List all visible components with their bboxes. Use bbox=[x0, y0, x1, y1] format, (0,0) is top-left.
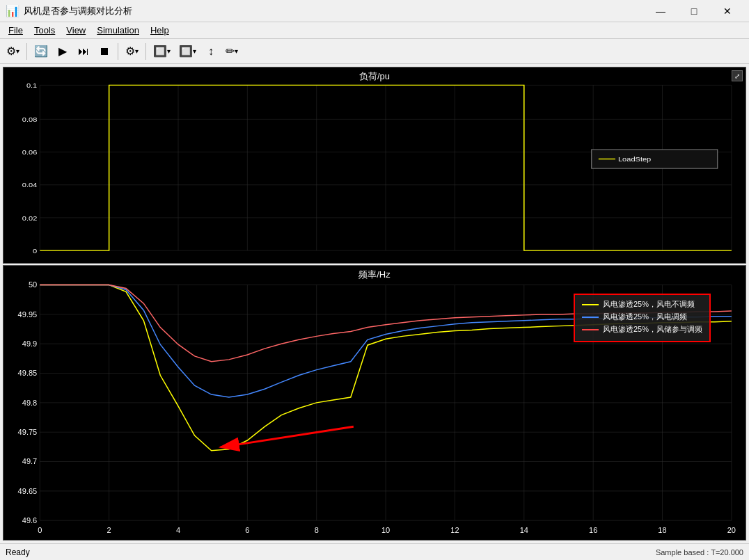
svg-text:12: 12 bbox=[450, 526, 459, 534]
svg-text:18: 18 bbox=[658, 526, 666, 534]
toolbar-pan-btn[interactable]: ↕ bbox=[201, 42, 221, 61]
top-plot-expand[interactable]: ⤢ bbox=[732, 70, 743, 81]
svg-text:20: 20 bbox=[727, 526, 736, 534]
statusbar: Ready Sample based : T=20.000 bbox=[0, 543, 749, 560]
svg-text:49.95: 49.95 bbox=[18, 310, 38, 319]
toolbar-stop-btn[interactable]: ⏹ bbox=[95, 42, 114, 61]
main-area: 负荷/pu ⤢ bbox=[0, 64, 749, 543]
legend-line-red bbox=[582, 329, 599, 330]
legend-item-3: 风电渗透25%，风储参与调频 bbox=[582, 324, 702, 335]
toolbar-settings-btn[interactable]: ⚙▾ bbox=[3, 42, 23, 61]
svg-text:16: 16 bbox=[589, 526, 597, 534]
titlebar: 📊 风机是否参与调频对比分析 — □ ✕ bbox=[0, 0, 749, 22]
svg-text:49.6: 49.6 bbox=[22, 516, 38, 525]
toolbar-step-btn[interactable]: ⏭ bbox=[74, 42, 93, 61]
toolbar-edit-btn[interactable]: ✏▾ bbox=[222, 42, 242, 61]
titlebar-title: 风机是否参与调频对比分析 bbox=[24, 5, 645, 17]
svg-text:49.65: 49.65 bbox=[18, 487, 38, 495]
maximize-button[interactable]: □ bbox=[678, 1, 710, 21]
status-ready: Ready bbox=[6, 547, 30, 557]
toolbar-sep1 bbox=[26, 43, 27, 60]
legend-label-2: 风电渗透25%，风电调频 bbox=[603, 312, 687, 322]
legend-line-blue bbox=[582, 317, 599, 318]
svg-text:49.7: 49.7 bbox=[22, 458, 38, 466]
legend-item-2: 风电渗透25%，风电调频 bbox=[582, 312, 702, 322]
menu-help[interactable]: Help bbox=[145, 24, 175, 37]
svg-text:0.02: 0.02 bbox=[22, 214, 38, 221]
svg-text:8: 8 bbox=[315, 526, 319, 534]
svg-text:0: 0 bbox=[33, 246, 37, 254]
menu-tools[interactable]: Tools bbox=[29, 24, 61, 37]
status-right: Sample based : T=20.000 bbox=[656, 548, 743, 557]
toolbar-config-btn[interactable]: ⚙▾ bbox=[122, 42, 142, 61]
svg-text:6: 6 bbox=[245, 526, 249, 534]
close-button[interactable]: ✕ bbox=[711, 1, 743, 21]
legend-box: 风电渗透25%，风电不调频 风电渗透25%，风电调频 风电渗透25%，风储参与调… bbox=[574, 294, 711, 342]
svg-text:50: 50 bbox=[29, 281, 37, 289]
titlebar-icon: 📊 bbox=[6, 4, 19, 17]
svg-text:49.85: 49.85 bbox=[18, 369, 38, 378]
toolbar-zoom-out-btn[interactable]: 🔲▾ bbox=[175, 42, 200, 61]
menu-file[interactable]: File bbox=[3, 24, 29, 37]
toolbar-zoom-in-btn[interactable]: 🔲▾ bbox=[150, 42, 174, 61]
legend-item-1: 风电渗透25%，风电不调频 bbox=[582, 299, 702, 310]
svg-text:49.9: 49.9 bbox=[22, 340, 38, 349]
bottom-plot: 频率/Hz 风电渗透25%，风电不调频 风电渗透25%，风电调频 风电渗透25%… bbox=[3, 265, 746, 541]
svg-text:49.8: 49.8 bbox=[22, 399, 38, 407]
toolbar-play-btn[interactable]: ▶ bbox=[53, 42, 72, 61]
toolbar: ⚙▾ 🔄 ▶ ⏭ ⏹ ⚙▾ 🔲▾ 🔲▾ ↕ ✏▾ bbox=[0, 39, 749, 64]
svg-text:0.08: 0.08 bbox=[22, 115, 38, 123]
svg-text:14: 14 bbox=[520, 526, 528, 534]
top-plot: 负荷/pu ⤢ bbox=[3, 67, 746, 264]
svg-text:4: 4 bbox=[176, 526, 180, 534]
toolbar-sep3 bbox=[145, 43, 146, 60]
menu-view[interactable]: View bbox=[61, 24, 91, 37]
legend-label-3: 风电渗透25%，风储参与调频 bbox=[603, 324, 702, 335]
bottom-plot-title: 频率/Hz bbox=[358, 269, 391, 281]
top-plot-svg: 0 0.02 0.04 0.06 0.08 0.1 LoadStep bbox=[3, 67, 746, 263]
menu-simulation[interactable]: Simulation bbox=[91, 24, 145, 37]
svg-text:LoadStep: LoadStep bbox=[618, 155, 651, 163]
svg-text:0.06: 0.06 bbox=[22, 148, 38, 156]
legend-line-yellow bbox=[582, 304, 599, 305]
svg-text:0: 0 bbox=[38, 526, 42, 534]
legend-label-1: 风电渗透25%，风电不调频 bbox=[603, 299, 695, 310]
svg-text:2: 2 bbox=[107, 526, 111, 534]
svg-text:0.1: 0.1 bbox=[26, 81, 38, 89]
toolbar-sep2 bbox=[118, 43, 118, 60]
svg-text:10: 10 bbox=[381, 526, 390, 534]
top-plot-title: 负荷/pu bbox=[359, 70, 390, 83]
menubar: File Tools View Simulation Help bbox=[0, 22, 749, 39]
svg-text:49.75: 49.75 bbox=[18, 428, 38, 436]
toolbar-refresh-btn[interactable]: 🔄 bbox=[31, 42, 52, 61]
titlebar-buttons: — □ ✕ bbox=[645, 1, 743, 21]
minimize-button[interactable]: — bbox=[645, 1, 677, 21]
svg-text:0.04: 0.04 bbox=[22, 181, 38, 189]
